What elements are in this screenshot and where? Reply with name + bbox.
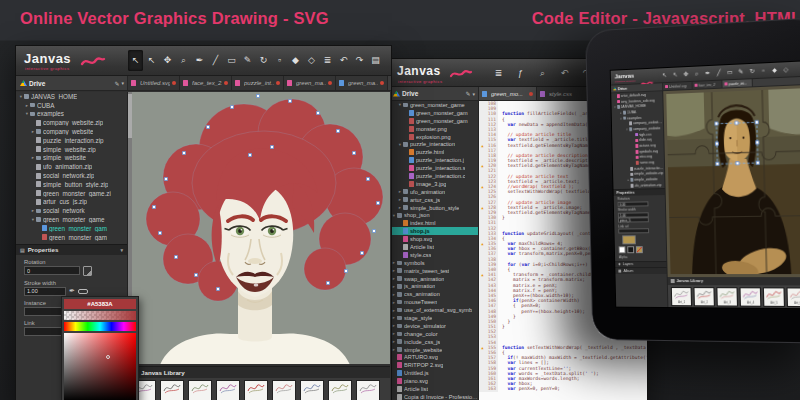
white-swatch[interactable]	[619, 246, 626, 253]
tree-item-simple-website[interactable]: ▸simple_website	[389, 346, 478, 354]
library-thumbnail[interactable]	[300, 380, 324, 400]
tree-item-arturo-svg[interactable]: ARTURO.svg	[389, 354, 478, 362]
library-thumbnail[interactable]: Art_5	[763, 287, 785, 307]
tree-item-shop-js[interactable]: shop.js	[389, 227, 478, 235]
library-thumbnail[interactable]	[160, 380, 184, 400]
direct-select-tool[interactable]: ↖	[670, 69, 681, 81]
rotation-input[interactable]	[24, 266, 80, 275]
zoom-icon[interactable]: ⌕	[535, 63, 550, 84]
eraser-icon[interactable]	[78, 289, 88, 294]
shape-tool[interactable]: ◇	[780, 64, 792, 76]
fx-icon[interactable]: ƒ	[513, 63, 528, 84]
tree-item-green-monster-gam[interactable]: green_monster_gam	[389, 109, 478, 117]
pencil-tool[interactable]: ✎	[240, 50, 255, 71]
tree-item-article-list[interactable]: Article list	[389, 385, 478, 393]
undo-button[interactable]: ↶	[336, 50, 351, 71]
select-tool[interactable]: ↖	[128, 50, 143, 71]
tree-item-simple-button-style[interactable]: ▸simple_button_style	[389, 204, 478, 212]
chevron-down-icon[interactable]: ▾	[472, 91, 475, 97]
tree-item-puzzle-interaction-c[interactable]: puzzle_interaction.c	[389, 172, 478, 180]
tree-item-puzzle-interaction-zip[interactable]: puzzle_interaction.zip	[16, 136, 127, 145]
tree-item-js-animation[interactable]: ▸js_animation	[389, 282, 478, 290]
close-tab-icon[interactable]	[380, 81, 384, 85]
tab-face-tex-2[interactable]: face_tex_2...	[180, 76, 232, 90]
line-tool[interactable]: ╱	[208, 50, 223, 71]
library-thumbnail[interactable]	[328, 380, 352, 400]
tree-item-shop-svg[interactable]: shop.svg	[389, 235, 478, 243]
tree-item-green-monster-gam[interactable]: green_monster_gam	[389, 117, 478, 125]
no-fill-swatch[interactable]	[636, 246, 643, 253]
library-thumbnail[interactable]	[272, 380, 296, 400]
close-tab-icon[interactable]	[172, 81, 176, 85]
list-icon[interactable]: ≣	[491, 63, 506, 84]
rotate-tool[interactable]: ↻	[746, 66, 757, 78]
edit-pencil-icon[interactable]: ✎	[114, 80, 119, 87]
tree-item-monster-png[interactable]: monster.png	[389, 125, 478, 133]
library-thumbnail[interactable]	[356, 380, 380, 400]
align-tool[interactable]: ≣	[320, 50, 335, 71]
tree-item-green-monster-gam[interactable]: green_monster_gam	[16, 224, 127, 233]
tab-untitled-svg[interactable]: Untitled.svg	[663, 82, 693, 90]
tab-green-mo[interactable]: green_mo...	[479, 87, 537, 100]
tree-item-simple-website-zip[interactable]: simple_website.zip	[16, 145, 127, 154]
tree-item-ufo-animation[interactable]: ▸ufo_animation	[389, 188, 478, 196]
saturation-value-field[interactable]	[64, 333, 136, 400]
library-thumbnail[interactable]: Art_1	[671, 287, 692, 306]
tab-face-tex-2[interactable]: face_tex_2	[693, 81, 723, 89]
pen-tool[interactable]: ✒	[702, 68, 713, 80]
tree-item-ufo-animation-zip[interactable]: ufo_animation.zip	[16, 162, 127, 171]
tree-item-change-color[interactable]: ▸change_color	[389, 330, 478, 338]
tree-item-britpop-2-svg[interactable]: BRITPOP 2.svg	[389, 361, 478, 369]
close-tab-icon[interactable]	[276, 81, 280, 85]
drawing-canvas[interactable]	[663, 85, 800, 277]
line-tool[interactable]: ╱	[713, 67, 724, 79]
library-thumbnail[interactable]: Art_3	[716, 287, 738, 306]
tree-item-green-monster-game[interactable]: ▾green_monster_game	[16, 215, 127, 224]
tree-item-puzzle-interaction[interactable]: ▾puzzle_interaction	[389, 140, 478, 148]
tree-item-artur-css-js[interactable]: ▸artur_css_js	[389, 196, 478, 204]
tree-item-image-3-jpg[interactable]: image_3.jpg	[389, 180, 478, 188]
tree-item-green-monster-gam[interactable]: green_monster_gam	[16, 233, 127, 242]
direct-select-tool[interactable]: ↖	[144, 50, 159, 71]
shape-tool[interactable]: ◇	[304, 50, 319, 71]
tree-item-green-monster-game[interactable]: ▾green_monster_game	[389, 101, 478, 109]
tree-item-janvas-home[interactable]: ▾JANVAS_HOME	[16, 92, 127, 101]
tree-item-copia-di-invoice-professional[interactable]: Copia di Invoice - Professional	[389, 393, 478, 400]
hand-tool[interactable]: ✥	[160, 50, 175, 71]
library-bar[interactable]: Janvas Library	[128, 366, 390, 378]
stroke-width-input[interactable]	[24, 287, 66, 296]
black-swatch[interactable]	[627, 246, 634, 253]
tree-item-symbols[interactable]: ▸symbols	[389, 259, 478, 267]
drawing-canvas[interactable]	[132, 92, 390, 364]
rectangle-tool[interactable]: ▭	[724, 67, 735, 79]
tree-item-simple-website[interactable]: ▸simple_website	[16, 154, 127, 163]
tree-item-simple-button-style-zip[interactable]: simple_button_style.zip	[16, 180, 127, 189]
hand-tool[interactable]: ✥	[680, 69, 691, 81]
pen-tool[interactable]: ✒	[192, 50, 207, 71]
tree-item-piano-svg[interactable]: piano.svg	[389, 377, 478, 385]
properties-header[interactable]: Properties	[613, 188, 664, 196]
tree-item-explosion-png[interactable]: explosion.png	[389, 133, 478, 141]
tree-item-puzzle-interaction-j[interactable]: puzzle_interaction.j	[389, 156, 478, 164]
tree-item-style-css[interactable]: style.css	[389, 251, 478, 259]
rotation-input[interactable]: 0.00	[618, 201, 649, 206]
tree-item-company-website[interactable]: ▸company_website	[16, 127, 127, 136]
tree-item-puzzle-html[interactable]: puzzle.html	[389, 148, 478, 156]
polygon-tool[interactable]: ◆	[288, 50, 303, 71]
library-thumbnail[interactable]: Art_4	[739, 287, 761, 306]
node-tool[interactable]: ▫	[272, 50, 287, 71]
close-tab-icon[interactable]	[529, 92, 533, 96]
close-tab-icon[interactable]	[328, 81, 332, 85]
tree-item-include-css-js[interactable]: ▸include_css_js	[389, 338, 478, 346]
zoom-tool[interactable]: ⌕	[176, 50, 191, 71]
tree-item-company-website-zip[interactable]: company_website.zip	[16, 118, 127, 127]
album-bar[interactable]: ▦Album	[615, 267, 666, 273]
color-cursor[interactable]	[106, 355, 110, 359]
instance-select[interactable]: piece_5	[618, 217, 649, 222]
rectangle-tool[interactable]: ▭	[224, 50, 239, 71]
edit-pencil-icon[interactable]: ✎	[465, 90, 470, 97]
properties-header[interactable]: ▤ Properties ▾	[16, 244, 127, 255]
tab-puzzle-int[interactable]: puzzle_int...	[722, 79, 752, 87]
tree-item-social-network[interactable]: ▸social_network	[16, 206, 127, 215]
select-tool[interactable]: ↖	[659, 70, 670, 81]
